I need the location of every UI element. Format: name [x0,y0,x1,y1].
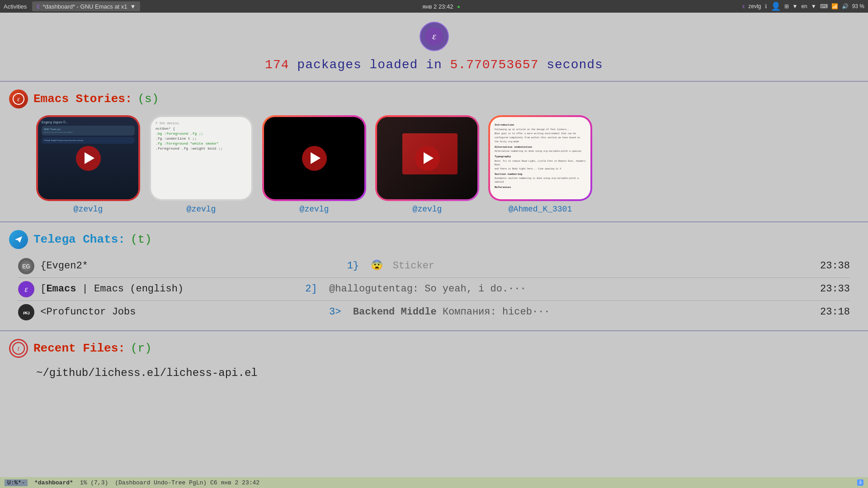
story-item-4[interactable]: @zevlg [375,115,479,214]
stories-section: ε Emacs Stories: (s) Evgeny Zajcev ©... … [0,84,868,219]
code-line-4: .fg :foreground "white smoke" [156,141,247,145]
story-thumb-3 [264,117,364,199]
svg-text:ε: ε [432,30,436,42]
emacs-tab-icon: ε [37,2,40,10]
story-thumb-2: f Ink device, nctGon* { .bg :foreground … [151,117,251,199]
wifi-icon: 📶 [831,3,838,9]
volume-icon: 🔊 [842,3,849,9]
code-line-2: .bg :foreground .fg ;; [156,131,247,136]
chat-time-1: 23:38 [796,259,850,273]
chat-divider-1 [18,277,850,278]
topbar-left: Activities ε *dashboard* - GNU Emacs at … [4,1,140,11]
statusbar-buffer: *dashboard* [34,479,73,486]
stories-divider [0,221,868,222]
chat-divider-2 [18,300,850,301]
recent-files-key: (r) [131,342,152,355]
battery-label: 93 % [852,3,864,9]
play-button-1[interactable] [76,146,101,171]
svg-text:t: t [18,345,20,352]
lang-dropdown[interactable]: ▼ [811,3,816,9]
datetime-label: янв 2 23:42 [422,3,453,10]
chat-item-3[interactable]: PFJ <Profunctor Jobs 3> Backend Middle К… [18,302,850,323]
chat-item-2[interactable]: ε [Emacs | Emacs (english) 2] @hallogute… [18,279,850,300]
story-item-2[interactable]: f Ink device, nctGon* { .bg :foreground … [149,115,253,214]
emacs-logo: ε [420,22,449,51]
story-username-1[interactable]: @zevlg [74,205,103,214]
emacs-avatar: ε [18,281,34,297]
chat-list: EG {Evgen2* 1} 😨 Sticker 23:38 ε [9,256,859,323]
code-line-5: .foreground .fg :weight bold ;; [156,146,247,150]
chats-title: Telega Chats: [33,233,125,246]
seconds-text: seconds [547,58,603,72]
statusbar-right: 3 [857,479,863,486]
activities-label[interactable]: Activities [4,3,27,10]
stories-icon: ε [9,89,28,108]
evgen-avatar: EG [18,258,34,274]
chat-emoji-1: 😨 [359,259,383,273]
package-count: 174 [265,58,289,72]
profunctor-avatar: PFJ [18,304,34,320]
chat-time-3: 23:18 [796,305,850,319]
recent-files-header: t Recent Files: (r) [9,339,859,358]
recent-files-title: Recent Files: [33,342,125,355]
statusbar-position: 1% (7,3) [80,479,108,486]
code-line-3: .fg :underline t ;; [156,136,247,141]
chat-item-1[interactable]: EG {Evgen2* 1} 😨 Sticker 23:38 [18,256,850,277]
story-thumb-5-wrap: Introduction Following up on article on … [488,115,592,201]
tab-dropdown-icon[interactable]: ▼ [130,3,136,10]
chat-number-2: 2] [269,282,317,296]
story-item-5[interactable]: Introduction Following up on article on … [488,115,592,214]
chat-preview-3: Backend Middle Компания: hiceb··· [341,305,796,319]
doc-content: Introduction Following up on article on … [495,123,586,190]
story-item-3[interactable]: @zevlg [262,115,366,214]
svg-text:ε: ε [24,285,28,294]
chat-time-2: 23:33 [796,282,850,296]
chat-preview-1: Sticker [387,259,796,273]
story-thumb-1: Evgeny Zajcev ©... MNK! Thank you going … [38,117,138,199]
package-info: 174 packages loaded in 5.770753657 secon… [265,58,603,72]
layout-dropdown-icon[interactable]: ▼ [793,3,798,9]
play-button-4[interactable] [415,146,440,171]
svg-text:EG: EG [22,263,30,270]
chat-number-3: 3> [269,305,341,319]
story-username-2[interactable]: @zevlg [187,205,216,214]
story-thumb-1-wrap: Evgeny Zajcev ©... MNK! Thank you going … [36,115,140,201]
chat-name-1: {Evgen2* [34,259,269,273]
topbar-center: янв 2 23:42 ● [422,3,460,10]
chat-preview-2: @hallogutentag: So yeah, i do.··· [317,282,796,296]
keyboard-icon: ⌨ [820,3,828,9]
main-content: ε 174 packages loaded in 5.770753657 sec… [0,13,868,477]
tab-title: *dashboard* - GNU Emacs at x1 [42,3,127,10]
recent-files-icon: t [9,339,28,358]
telega-icon [9,230,28,249]
zevlg-user[interactable]: zevlg [748,3,761,9]
stories-header: ε Emacs Stories: (s) [9,89,859,108]
zevlg-icon: ε [742,3,745,9]
recent-file-1[interactable]: ~/github/lichess.el/lichess-api.el [9,365,859,381]
story-username-3[interactable]: @zevlg [300,205,329,214]
load-time: 5.770753657 [450,58,539,72]
chats-divider [0,330,868,331]
status-indicator: 3 [857,479,863,486]
stories-key: (s) [137,92,159,106]
chats-header: Telega Chats: (t) [9,230,859,249]
play-button-3[interactable] [302,146,327,171]
story-thumb-5: Introduction Following up on article on … [490,117,590,199]
chats-section: Telega Chats: (t) EG {Evgen2* 1} [0,225,868,328]
story-username-4[interactable]: @zevlg [413,205,442,214]
statusbar-info: (Dashboard Undo-Tree PgLn) C6 янв 2 23:4… [115,479,259,486]
statusbar-mode: U:%*- [5,479,28,486]
recent-files-section: t Recent Files: (r) ~/github/lichess.el/… [0,333,868,387]
chat-number-1: 1} [269,259,359,273]
chat-name-2: [Emacs | Emacs (english) [34,282,269,296]
profile-icon[interactable]: 👤 [771,1,781,11]
emacs-tab[interactable]: ε *dashboard* - GNU Emacs at x1 ▼ [32,1,140,11]
info-icon[interactable]: ℹ [765,3,767,9]
layout-icon[interactable]: ⊞ [784,3,789,9]
story-username-5[interactable]: @Ahmed_K_3301 [509,205,572,214]
package-loaded-text: packages loaded in [297,58,450,72]
code-line-1: nctGon* { [156,127,247,131]
lang-label[interactable]: en [801,3,807,9]
story-thumb-4 [377,117,477,199]
story-item-1[interactable]: Evgeny Zajcev ©... MNK! Thank you going … [36,115,140,214]
